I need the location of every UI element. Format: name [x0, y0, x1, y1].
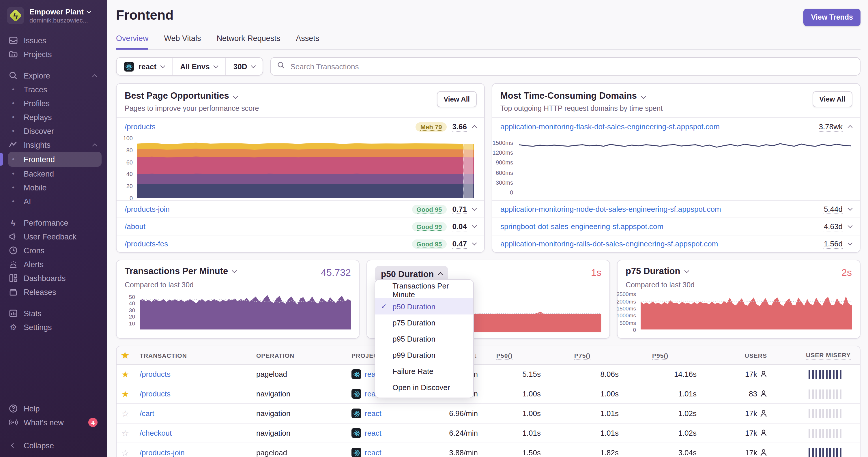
sidebar-item-ai[interactable]: •AI	[8, 194, 107, 208]
sidebar-item-mobile[interactable]: •Mobile	[8, 181, 107, 194]
column-header-p95[interactable]: P95()	[648, 352, 725, 359]
org-switcher[interactable]: ϟ Empower Plant dominik.buszowiec...	[0, 0, 107, 30]
incomplete-period-overlay	[463, 138, 473, 198]
sidebar-item-issues[interactable]: Issues	[8, 33, 107, 47]
transaction-link[interactable]: /about	[125, 222, 146, 231]
tab-assets[interactable]: Assets	[296, 34, 319, 49]
column-header-p50[interactable]: P50()	[492, 352, 569, 359]
menu-item-p50-duration[interactable]: ✓p50 Duration	[375, 298, 473, 315]
best-pages-title-row[interactable]: Best Page Opportunities	[125, 91, 476, 101]
y-tick-label: 0	[130, 195, 133, 201]
sidebar-item-whats-new[interactable]: What's new 4	[8, 416, 107, 429]
star-toggle[interactable]: ☆	[117, 408, 134, 419]
y-tick-label: 40	[126, 171, 133, 177]
sidebar-item-dashboards[interactable]: Dashboards	[8, 271, 107, 285]
star-column-header[interactable]: ★	[117, 350, 134, 360]
sidebar-item-user-feedback[interactable]: User Feedback	[8, 230, 107, 243]
sidebar-item-settings[interactable]: ⚙Settings	[8, 320, 107, 334]
star-toggle[interactable]: ★	[117, 369, 134, 380]
star-toggle[interactable]: ★	[117, 389, 134, 399]
tab-web-vitals[interactable]: Web Vitals	[164, 34, 201, 49]
sidebar-item-releases[interactable]: Releases	[8, 285, 107, 299]
sidebar-item-crons[interactable]: Crons	[8, 243, 107, 257]
menu-item-p95-duration[interactable]: p95 Duration	[375, 331, 473, 347]
star-icon: ★	[121, 350, 129, 360]
transaction-link[interactable]: /products	[140, 390, 170, 398]
environment-filter[interactable]: All Envs	[172, 58, 225, 75]
sidebar-item-stats[interactable]: Stats	[8, 306, 107, 320]
date-range-filter[interactable]: 30D	[225, 58, 263, 75]
sidebar-item-performance[interactable]: ϟPerformance	[8, 216, 107, 230]
p50-value: 1s	[591, 267, 601, 279]
best-page-row[interactable]: /productsMeh 793.66	[117, 117, 484, 136]
column-header-transaction[interactable]: TRANSACTION	[134, 352, 250, 359]
domain-row[interactable]: application-monitoring-rails-dot-sales-e…	[492, 235, 860, 252]
domain-link[interactable]: application-monitoring-flask-dot-sales-e…	[500, 122, 720, 131]
p75-metric-selector[interactable]: p75 Duration	[626, 266, 688, 276]
transaction-link[interactable]: /products	[125, 122, 156, 131]
misery-bar	[822, 409, 824, 418]
tab-overview[interactable]: Overview	[116, 34, 149, 50]
domain-link[interactable]: application-monitoring-node-dot-sales-en…	[500, 205, 721, 214]
transaction-link[interactable]: /products-fes	[125, 239, 168, 248]
project-link[interactable]: react	[365, 409, 381, 418]
transaction-link[interactable]: /checkout	[140, 429, 172, 437]
menu-item-p99-duration[interactable]: p99 Duration	[375, 347, 473, 363]
domains-title-row[interactable]: Most Time-Consuming Domains	[500, 91, 852, 101]
sidebar-item-replays[interactable]: •Replays	[8, 110, 107, 124]
react-project-icon	[351, 409, 361, 418]
sidebar-item-traces[interactable]: •Traces	[8, 83, 107, 96]
transaction-link[interactable]: /cart	[140, 409, 154, 418]
transaction-link[interactable]: /products-join	[125, 205, 170, 214]
domain-link[interactable]: springboot-dot-sales-engineering-sf.apps…	[500, 222, 663, 231]
sidebar-group-explore[interactable]: Explore	[8, 69, 107, 83]
sidebar-item-backend[interactable]: •Backend	[8, 167, 107, 181]
sidebar-item-alerts[interactable]: Alerts	[8, 257, 107, 271]
menu-item-failure-rate[interactable]: Failure Rate	[375, 363, 473, 379]
domains-view-all-button[interactable]: View All	[812, 91, 852, 107]
sidebar-collapse-button[interactable]: Collapse	[8, 438, 107, 452]
domain-row[interactable]: springboot-dot-sales-engineering-sf.apps…	[492, 218, 860, 235]
misery-bar	[815, 428, 817, 438]
misery-bar	[839, 369, 841, 379]
view-trends-button[interactable]: View Trends	[804, 9, 861, 26]
project-link[interactable]: react	[365, 429, 381, 437]
domain-link[interactable]: application-monitoring-rails-dot-sales-e…	[500, 239, 718, 248]
transaction-cell: /checkout	[134, 429, 250, 437]
menu-item-transactions-per-minute[interactable]: Transactions Per Minute	[375, 282, 473, 298]
column-header-users[interactable]: USERS	[725, 352, 777, 359]
bullet-icon: •	[8, 184, 19, 192]
sidebar-item-projects[interactable]: Projects	[8, 47, 107, 61]
tab-network-requests[interactable]: Network Requests	[217, 34, 280, 49]
menu-item-p75-duration[interactable]: p75 Duration	[375, 315, 473, 331]
sidebar-footer: Help What's new 4 Collapse	[8, 402, 107, 452]
best-page-row[interactable]: /products-joinGood 950.71	[117, 200, 484, 218]
sidebar-item-label: Replays	[24, 113, 52, 122]
sidebar-item-frontend[interactable]: •Frontend	[8, 152, 101, 167]
sidebar-item-help[interactable]: Help	[8, 402, 107, 416]
star-toggle[interactable]: ☆	[117, 428, 134, 438]
project-filter[interactable]: react	[117, 58, 172, 75]
column-header-operation[interactable]: OPERATION	[250, 352, 346, 359]
sidebar-item-discover[interactable]: •Discover	[8, 124, 107, 138]
bullet-icon: •	[8, 127, 19, 135]
domain-row[interactable]: application-monitoring-flask-dot-sales-e…	[492, 117, 860, 136]
menu-item-open-in-discover[interactable]: Open in Discover	[375, 379, 473, 395]
domain-row[interactable]: application-monitoring-node-dot-sales-en…	[492, 200, 860, 218]
star-toggle[interactable]: ☆	[117, 448, 134, 457]
sidebar-item-profiles[interactable]: •Profiles	[8, 96, 107, 110]
transaction-link[interactable]: /products-join	[140, 448, 185, 457]
column-header-user-misery[interactable]: USER MISERY	[777, 351, 859, 359]
menu-item-label: Open in Discover	[393, 383, 450, 392]
column-header-p75[interactable]: P75()	[569, 352, 648, 359]
sidebar-group-insights[interactable]: Insights	[8, 138, 107, 152]
project-link[interactable]: react	[365, 448, 381, 457]
project-cell: react	[346, 428, 414, 438]
search-input[interactable]	[290, 62, 854, 71]
best-page-row[interactable]: /products-fesGood 950.47	[117, 235, 484, 252]
transaction-link[interactable]: /products	[140, 370, 170, 379]
tpm-metric-selector[interactable]: Transactions Per Minute	[125, 266, 236, 276]
line-chart	[519, 139, 851, 192]
best-page-row[interactable]: /aboutGood 990.04	[117, 218, 484, 235]
best-pages-view-all-button[interactable]: View All	[437, 91, 477, 107]
